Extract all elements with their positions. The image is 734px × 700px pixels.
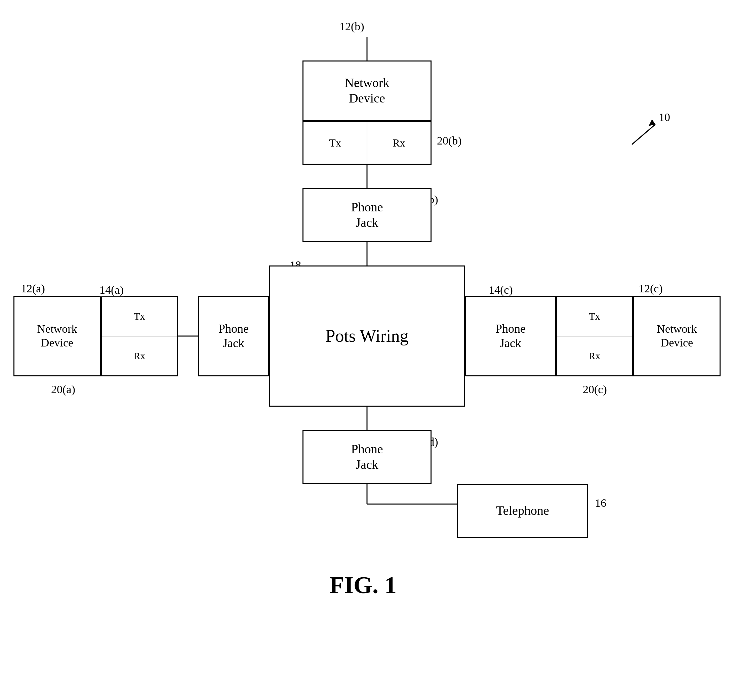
rx-top: Rx xyxy=(367,122,431,164)
label-14c: 14(c) xyxy=(489,284,513,296)
label-14a: 14(a) xyxy=(100,284,124,296)
phone-jack-right: PhoneJack xyxy=(465,296,556,376)
network-device-right: NetworkDevice xyxy=(633,296,721,376)
telephone: Telephone xyxy=(457,484,588,538)
label-12a: 12(a) xyxy=(21,282,45,295)
rx-right: Rx xyxy=(557,337,632,375)
phone-jack-top: PhoneJack xyxy=(303,188,431,242)
fig-label: FIG. 1 xyxy=(262,571,464,599)
tx-left: Tx xyxy=(102,297,177,337)
pots-wiring: Pots Wiring xyxy=(269,265,465,407)
network-device-left: NetworkDevice xyxy=(13,296,101,376)
phone-jack-left: PhoneJack xyxy=(198,296,269,376)
phone-jack-bottom: PhoneJack xyxy=(303,430,431,484)
svg-marker-11 xyxy=(649,119,655,126)
label-12b: 12(b) xyxy=(340,20,364,33)
ref-10: 10 xyxy=(659,111,670,124)
network-device-top: NetworkDevice xyxy=(303,60,431,121)
tx-right: Tx xyxy=(557,297,632,337)
label-16: 16 xyxy=(595,497,606,509)
label-12c: 12(c) xyxy=(638,282,663,295)
diagram: 10 12(b) NetworkDevice Tx Rx 20(b) 14(b)… xyxy=(0,0,734,700)
rx-left: Rx xyxy=(102,337,177,375)
label-20a: 20(a) xyxy=(51,383,75,396)
label-20b: 20(b) xyxy=(437,134,462,147)
tx-top: Tx xyxy=(303,122,367,164)
label-20c: 20(c) xyxy=(583,383,607,396)
svg-line-10 xyxy=(632,124,655,144)
